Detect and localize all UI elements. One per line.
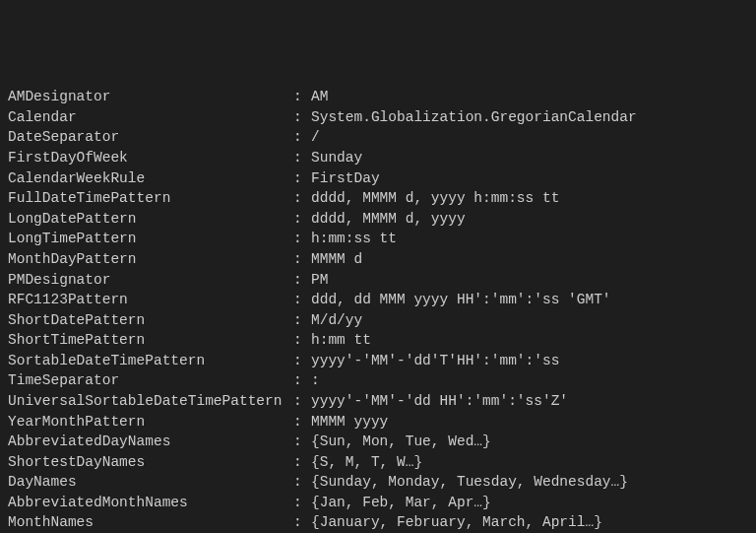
property-key: Calendar bbox=[8, 107, 293, 128]
property-separator: : bbox=[293, 330, 311, 351]
property-separator: : bbox=[293, 249, 311, 270]
property-separator: : bbox=[293, 87, 311, 107]
property-key: AbbreviatedDayNames bbox=[8, 432, 293, 452]
property-key: SortableDateTimePattern bbox=[8, 351, 293, 371]
property-row: ShortestDayNames : {S, M, T, W…} bbox=[8, 452, 748, 473]
property-row: FirstDayOfWeek : Sunday bbox=[8, 148, 748, 168]
property-separator: : bbox=[293, 107, 311, 128]
property-value: yyyy'-'MM'-'dd'T'HH':'mm':'ss bbox=[311, 351, 748, 371]
property-key: LongTimePattern bbox=[8, 229, 293, 249]
property-key: AMDesignator bbox=[8, 87, 293, 107]
property-key: TimeSeparator bbox=[8, 370, 293, 391]
console-output: AMDesignator : AMCalendar : System.Globa… bbox=[8, 87, 748, 533]
property-row: MonthDayPattern : MMMM d bbox=[8, 249, 748, 270]
property-separator: : bbox=[293, 391, 311, 412]
property-separator: : bbox=[293, 188, 311, 209]
property-key: ShortDatePattern bbox=[8, 310, 293, 331]
property-value: FirstDay bbox=[311, 168, 748, 189]
property-row: SortableDateTimePattern : yyyy'-'MM'-'dd… bbox=[8, 351, 748, 371]
property-value: / bbox=[311, 127, 748, 148]
property-row: ShortDatePattern : M/d/yy bbox=[8, 310, 748, 331]
property-row: LongDatePattern : dddd, MMMM d, yyyy bbox=[8, 209, 748, 230]
property-separator: : bbox=[293, 370, 311, 391]
property-value: ddd, dd MMM yyyy HH':'mm':'ss 'GMT' bbox=[311, 290, 748, 310]
property-key: CalendarWeekRule bbox=[8, 168, 293, 189]
property-key: ShortestDayNames bbox=[8, 452, 293, 473]
property-value: {January, February, March, April…} bbox=[311, 512, 748, 533]
property-separator: : bbox=[293, 432, 311, 452]
property-separator: : bbox=[293, 229, 311, 249]
property-row: UniversalSortableDateTimePattern : yyyy'… bbox=[8, 391, 748, 412]
property-row: MonthNames : {January, February, March, … bbox=[8, 512, 748, 533]
property-value: MMMM yyyy bbox=[311, 412, 748, 433]
property-row: AbbreviatedMonthNames : {Jan, Feb, Mar, … bbox=[8, 493, 748, 513]
property-value: {Sun, Mon, Tue, Wed…} bbox=[311, 432, 748, 452]
property-key: UniversalSortableDateTimePattern bbox=[8, 391, 293, 412]
property-separator: : bbox=[293, 452, 311, 473]
property-separator: : bbox=[293, 290, 311, 310]
property-row: AMDesignator : AM bbox=[8, 87, 748, 107]
property-separator: : bbox=[293, 127, 311, 148]
property-row: ShortTimePattern : h:mm tt bbox=[8, 330, 748, 351]
property-separator: : bbox=[293, 168, 311, 189]
property-key: PMDesignator bbox=[8, 270, 293, 291]
property-key: MonthNames bbox=[8, 512, 293, 533]
property-row: Calendar : System.Globalization.Gregoria… bbox=[8, 107, 748, 128]
property-row: FullDateTimePattern : dddd, MMMM d, yyyy… bbox=[8, 188, 748, 209]
property-separator: : bbox=[293, 412, 311, 433]
property-value: Sunday bbox=[311, 148, 748, 168]
property-row: DayNames : {Sunday, Monday, Tuesday, Wed… bbox=[8, 472, 748, 493]
property-separator: : bbox=[293, 493, 311, 513]
property-value: {Sunday, Monday, Tuesday, Wednesday…} bbox=[311, 472, 748, 493]
property-row: LongTimePattern : h:mm:ss tt bbox=[8, 229, 748, 249]
property-row: RFC1123Pattern : ddd, dd MMM yyyy HH':'m… bbox=[8, 290, 748, 310]
property-value: h:mm tt bbox=[311, 330, 748, 351]
property-key: DateSeparator bbox=[8, 127, 293, 148]
property-key: MonthDayPattern bbox=[8, 249, 293, 270]
property-value: MMMM d bbox=[311, 249, 748, 270]
property-value: dddd, MMMM d, yyyy bbox=[311, 209, 748, 230]
property-value: h:mm:ss tt bbox=[311, 229, 748, 249]
property-row: DateSeparator : / bbox=[8, 127, 748, 148]
property-value: {S, M, T, W…} bbox=[311, 452, 748, 473]
property-value: PM bbox=[311, 270, 748, 291]
property-value: AM bbox=[311, 87, 748, 107]
property-value: dddd, MMMM d, yyyy h:mm:ss tt bbox=[311, 188, 748, 209]
property-key: DayNames bbox=[8, 472, 293, 493]
property-row: YearMonthPattern : MMMM yyyy bbox=[8, 412, 748, 433]
property-separator: : bbox=[293, 351, 311, 371]
property-row: PMDesignator : PM bbox=[8, 270, 748, 291]
property-value: yyyy'-'MM'-'dd HH':'mm':'ss'Z' bbox=[311, 391, 748, 412]
property-value: System.Globalization.GregorianCalendar bbox=[311, 107, 748, 128]
property-separator: : bbox=[293, 512, 311, 533]
property-separator: : bbox=[293, 148, 311, 168]
property-key: AbbreviatedMonthNames bbox=[8, 493, 293, 513]
property-separator: : bbox=[293, 472, 311, 493]
property-row: AbbreviatedDayNames : {Sun, Mon, Tue, We… bbox=[8, 432, 748, 452]
property-key: LongDatePattern bbox=[8, 209, 293, 230]
property-separator: : bbox=[293, 209, 311, 230]
property-key: FirstDayOfWeek bbox=[8, 148, 293, 168]
property-key: YearMonthPattern bbox=[8, 412, 293, 433]
property-value: : bbox=[311, 370, 748, 391]
property-key: ShortTimePattern bbox=[8, 330, 293, 351]
property-row: TimeSeparator : : bbox=[8, 370, 748, 391]
property-separator: : bbox=[293, 270, 311, 291]
property-separator: : bbox=[293, 310, 311, 331]
property-key: FullDateTimePattern bbox=[8, 188, 293, 209]
property-key: RFC1123Pattern bbox=[8, 290, 293, 310]
property-value: {Jan, Feb, Mar, Apr…} bbox=[311, 493, 748, 513]
property-row: CalendarWeekRule : FirstDay bbox=[8, 168, 748, 189]
property-value: M/d/yy bbox=[311, 310, 748, 331]
